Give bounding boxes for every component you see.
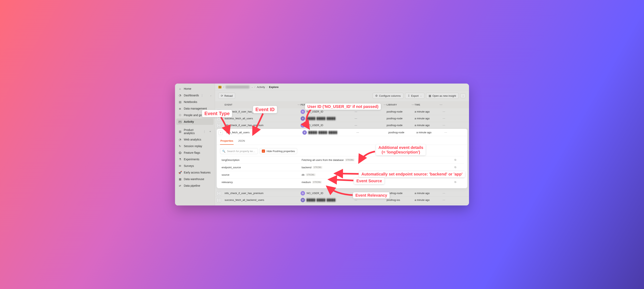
expand-button[interactable]: ⌃⌄: [216, 191, 221, 196]
workspace-badge[interactable]: S: [218, 86, 222, 88]
property-row: endpoint_source backendSTRING ⧉: [220, 164, 464, 171]
col-menu-icon[interactable]: ⋯: [384, 103, 386, 106]
export-button[interactable]: ⇩ Export ⌄: [405, 93, 424, 99]
row-menu-icon[interactable]: ⋯: [442, 117, 452, 120]
col-menu-icon[interactable]: ⋯: [440, 103, 442, 106]
table-row[interactable]: ⌃⌄ info_check_if_user_has_premium NNO_US…: [215, 122, 469, 129]
sliders-icon: ⚙: [375, 94, 378, 97]
sidebar-item-label: Data warehouse: [184, 178, 204, 181]
button-label: Configure columns: [379, 94, 400, 97]
copy-icon[interactable]: ⧉: [454, 166, 462, 169]
sidebar-item-feature-flags[interactable]: ⏻ Feature flags: [176, 150, 214, 156]
sidebar-item-home[interactable]: ⌂ Home: [176, 85, 214, 92]
sidebar-item-experiments[interactable]: ⚗ Experiments: [176, 156, 214, 163]
home-icon: ⌂: [178, 87, 182, 90]
row-menu-icon[interactable]: ⋯: [444, 131, 454, 134]
avatar: N: [300, 123, 305, 127]
tab-properties[interactable]: Properties: [220, 137, 234, 145]
cell-time: a minute ago: [414, 117, 442, 120]
copy-icon[interactable]: ⧉: [454, 173, 462, 176]
col-menu-icon[interactable]: ⋯: [298, 103, 300, 106]
sidebar-item-label: Session replay: [184, 144, 202, 148]
property-search-input[interactable]: 🔍 Search for property ke…: [220, 148, 258, 154]
open-insight-button[interactable]: ▦ Open as new insight: [426, 93, 458, 99]
sidebar-item-web-analytics[interactable]: ◔ Web analytics: [176, 136, 214, 143]
configure-columns-button[interactable]: ⚙ Configure columns: [372, 93, 403, 99]
cell-person[interactable]: V████ ████ ████: [300, 116, 354, 121]
flask-icon: ⚗: [178, 158, 182, 161]
hide-posthog-properties-toggle[interactable]: ✓ Hide PostHog properties: [260, 148, 297, 154]
open-insight-dropdown[interactable]: ⌄: [460, 93, 466, 98]
table-row[interactable]: ⌃⌄ success_fetch_all_users V████ ████ ██…: [215, 115, 469, 122]
property-key: endpoint_source: [222, 166, 302, 169]
divider: |: [204, 130, 205, 133]
sidebar-item-label: Experiments: [184, 158, 200, 161]
row-menu-icon[interactable]: ⋯: [442, 110, 452, 113]
cell-person[interactable]: NNO_USER_ID: [300, 191, 354, 196]
sidebar-item-data-warehouse[interactable]: ▦ Data warehouse: [176, 176, 214, 182]
button-label: Open as new insight: [432, 94, 456, 97]
col-url[interactable]: URL / SCREEN⋯: [354, 103, 386, 106]
table-row[interactable]: ⌃⌄ info_check_if_user_has_premium NNO_US…: [215, 190, 469, 197]
cell-url: —: [354, 124, 386, 127]
chevron-down-icon: ⌄: [420, 95, 422, 97]
sidebar-item-product-analytics[interactable]: ▥ Product analytics | ＋: [176, 127, 214, 136]
collapse-button[interactable]: ⌄⌃: [218, 130, 223, 135]
property-row: source dbSTRING ⧉: [220, 171, 464, 178]
breadcrumb-activity[interactable]: Activity: [257, 85, 265, 88]
cell-time: a minute ago: [416, 131, 444, 134]
expand-button[interactable]: ⌃⌄: [216, 110, 221, 114]
cell-library: posthog-node: [388, 131, 416, 134]
sidebar-item-early-access[interactable]: 🚀 Early access features: [176, 169, 214, 176]
button-label: Reload: [224, 94, 232, 97]
row-menu-icon[interactable]: ⋯: [442, 124, 452, 127]
col-library[interactable]: LIBRARY⋯: [386, 103, 414, 106]
property-key: relevancy: [222, 181, 302, 184]
table-row[interactable]: ⌃⌄ success_fetch_all_backend_users V████…: [215, 197, 469, 204]
expand-button[interactable]: ⌃⌄: [216, 123, 221, 128]
breadcrumb-project[interactable]: ████████████: [226, 85, 250, 88]
copy-icon[interactable]: ⧉: [454, 181, 462, 184]
cell-person[interactable]: NNO_USER_ID: [300, 109, 354, 114]
row-menu-icon[interactable]: ⋯: [442, 199, 452, 202]
cell-person[interactable]: NNO_USER_ID: [300, 123, 354, 127]
cell-time: a minute ago: [414, 199, 442, 202]
sidebar-item-data-pipeline[interactable]: ⇄ Data pipeline: [176, 183, 214, 189]
plus-icon[interactable]: ＋: [209, 130, 212, 133]
chevron-down-icon[interactable]: ⌄: [210, 94, 212, 96]
expand-button[interactable]: ⌃⌄: [216, 116, 221, 121]
sidebar-item-label: Surveys: [184, 164, 194, 168]
chevron-down-icon[interactable]: ⌄: [252, 86, 253, 88]
toggle-label: Hide PostHog properties: [266, 150, 295, 153]
col-time[interactable]: TIME⋯: [414, 103, 442, 106]
avatar: N: [300, 191, 305, 196]
cell-person[interactable]: V████ ████ ████: [302, 130, 356, 135]
sidebar-item-dashboards[interactable]: ◔ Dashboards | ⌄: [176, 92, 214, 98]
sidebar-item-notebooks[interactable]: ▤ Notebooks: [176, 99, 214, 105]
sidebar-item-session-replay[interactable]: ↻ Session replay: [176, 143, 214, 149]
col-person[interactable]: PERSON⋯: [300, 103, 354, 106]
cell-person[interactable]: V████ ████ ████: [300, 198, 354, 202]
copy-icon[interactable]: ⧉: [454, 158, 462, 162]
property-value: mediumSTRING: [302, 181, 454, 184]
reload-button[interactable]: ⟳ Reload: [218, 93, 235, 99]
cell-time: a minute ago: [414, 192, 442, 195]
col-menu-icon[interactable]: ⋯: [352, 103, 354, 106]
table-row[interactable]: ⌃⌄ info_check_if_user_has_premium NNO_US…: [215, 108, 469, 115]
cell-time: a minute ago: [414, 110, 442, 113]
table-row-expanded[interactable]: ⌄⌃ info_fetch_all_users V████ ████ ████ …: [217, 129, 467, 136]
tab-json[interactable]: JSON: [238, 137, 246, 145]
row-menu-icon[interactable]: ⋯: [442, 192, 452, 195]
expand-button[interactable]: ⌃⌄: [216, 198, 221, 203]
sidebar-item-data-management[interactable]: ≣ Data management: [176, 105, 214, 112]
expanded-event-panel: ⌄⌃ info_fetch_all_users V████ ████ ████ …: [216, 129, 468, 188]
sidebar-item-surveys[interactable]: ✉ Surveys: [176, 163, 214, 169]
col-menu-icon[interactable]: ⋯: [412, 103, 414, 106]
breadcrumb: S / ████████████ ⌄ / Activity / Explore: [215, 83, 469, 90]
col-event[interactable]: EVENT⋯: [224, 103, 300, 106]
notebook-icon: ▤: [178, 100, 182, 104]
toggle-icon: ⏻: [178, 151, 182, 155]
sidebar-item-activity[interactable]: (•) Activity: [176, 118, 214, 125]
sidebar-item-people[interactable]: ⚇ People and groups: [176, 112, 214, 118]
sidebar-item-label: People and groups: [184, 113, 208, 117]
